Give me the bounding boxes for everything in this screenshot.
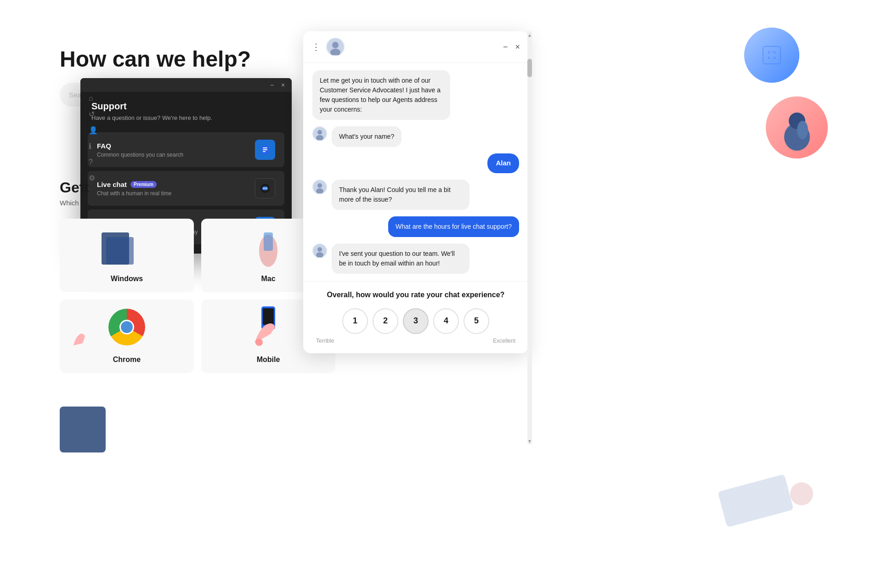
- scrollbar-down-arrow[interactable]: ▼: [527, 437, 532, 445]
- svg-rect-42: [775, 57, 775, 59]
- rating-label-low: Terrible: [316, 338, 334, 344]
- nav-info-icon[interactable]: ℹ: [89, 142, 100, 151]
- svg-point-22: [255, 339, 263, 346]
- nav-help-icon[interactable]: ?: [89, 158, 100, 166]
- popup-header: Support Have a question or issue? We're …: [80, 92, 292, 129]
- download-section: Gett Which Windows Mac: [60, 179, 335, 373]
- svg-point-33: [317, 247, 322, 252]
- svg-rect-36: [768, 51, 769, 54]
- svg-point-3: [797, 121, 808, 139]
- get-started-subtitle: Which: [60, 199, 335, 207]
- chat-bubble-3: Alan: [487, 153, 519, 173]
- popup-item-faq-left: FAQ Common questions you can search: [97, 142, 183, 158]
- chat-message-5: What are the hours for live chat support…: [312, 216, 519, 237]
- chat-message-6: I've sent your question to our team. We'…: [312, 243, 519, 274]
- chat-minimize-btn[interactable]: −: [503, 42, 508, 52]
- deco-shape-bottom-right: [718, 474, 794, 527]
- popup-subtitle: Have a question or issue? We're here to …: [91, 114, 281, 121]
- download-grid: Windows Mac: [60, 219, 335, 373]
- svg-point-24: [332, 42, 339, 48]
- get-started-title: Gett: [60, 179, 335, 196]
- mobile-label: Mobile: [257, 356, 280, 364]
- popup-minimize-btn[interactable]: −: [269, 82, 275, 88]
- chat-window: ⋮ − × Let me get you in touch with one o…: [303, 31, 528, 353]
- svg-rect-20: [263, 308, 274, 325]
- chat-scrollbar-thumb[interactable]: [527, 59, 532, 77]
- rating-btn-4[interactable]: 4: [433, 308, 459, 334]
- popup-title: Support: [91, 101, 281, 112]
- deco-circle-bottom-right: [790, 482, 813, 505]
- chat-scrollbar-track: ▲ ▼: [527, 31, 532, 445]
- mac-label: Mac: [261, 275, 275, 283]
- chat-message-3: Alan: [312, 153, 519, 173]
- chat-titlebar-left: ⋮: [311, 38, 345, 56]
- chat-agent-avatar-sm: [312, 126, 327, 141]
- scan-icon: [763, 46, 781, 64]
- chat-agent-avatar: [326, 38, 345, 56]
- download-card-chrome[interactable]: Chrome: [60, 300, 194, 373]
- svg-rect-16: [106, 237, 134, 265]
- chat-agent-avatar-sm-3: [312, 243, 327, 258]
- rating-label-high: Excellent: [493, 338, 515, 344]
- svg-point-30: [317, 183, 322, 188]
- faq-desc: Common questions you can search: [97, 152, 183, 158]
- chat-bubble-2: What's your name?: [332, 126, 401, 147]
- svg-rect-40: [768, 57, 769, 59]
- chat-message-1: Let me get you in touch with one of our …: [312, 70, 519, 120]
- chat-agent-avatar-sm-2: [312, 180, 327, 194]
- chrome-label: Chrome: [113, 356, 141, 364]
- windows-label: Windows: [111, 275, 143, 283]
- chat-message-4: Thank you Alan! Could you tell me a bit …: [312, 180, 519, 210]
- rating-btn-5[interactable]: 5: [464, 308, 489, 334]
- popup-close-btn[interactable]: ×: [280, 82, 286, 88]
- chat-menu-icon[interactable]: ⋮: [311, 41, 321, 52]
- chat-titlebar: ⋮ − ×: [303, 31, 528, 63]
- rating-labels: Terrible Excellent: [312, 338, 519, 344]
- chat-messages: Let me get you in touch with one of our …: [303, 63, 528, 281]
- deco-blue-box: [60, 407, 106, 452]
- nav-profile-icon[interactable]: 👤: [89, 126, 100, 135]
- chat-bubble-5: What are the hours for live chat support…: [388, 216, 519, 237]
- svg-rect-38: [775, 51, 775, 54]
- chat-rating-section: Overall, how would you rate your chat ex…: [303, 281, 528, 353]
- bg-circle-pink: [766, 96, 828, 158]
- chat-bubble-4: Thank you Alan! Could you tell me a bit …: [332, 180, 469, 210]
- chat-bubble-6: I've sent your question to our team. We'…: [332, 243, 469, 274]
- rating-btn-3[interactable]: 3: [403, 308, 429, 334]
- svg-rect-6: [263, 149, 267, 150]
- svg-rect-5: [263, 147, 267, 148]
- scrollbar-up-arrow[interactable]: ▲: [527, 31, 532, 39]
- nav-home-icon[interactable]: ⌂: [89, 94, 100, 102]
- svg-rect-18: [264, 232, 273, 251]
- chat-close-btn[interactable]: ×: [515, 42, 520, 52]
- rating-question: Overall, how would you rate your chat ex…: [312, 291, 519, 299]
- popup-titlebar: − ×: [80, 78, 292, 92]
- rating-buttons: 1 2 3 4 5: [312, 308, 519, 334]
- svg-rect-7: [263, 151, 266, 152]
- nav-back-icon[interactable]: ↺: [89, 110, 100, 119]
- chat-message-2: What's your name?: [312, 126, 519, 147]
- rating-btn-2[interactable]: 2: [373, 308, 398, 334]
- popup-item-faq[interactable]: FAQ Common questions you can search: [88, 132, 284, 167]
- faq-icon: [255, 140, 275, 160]
- nav-settings-icon[interactable]: ⚙: [89, 174, 100, 182]
- chat-bubble-1: Let me get you in touch with one of our …: [312, 70, 450, 120]
- svg-point-27: [317, 130, 322, 135]
- sidebar-nav: ⌂ ↺ 👤 ℹ ? ⚙: [89, 94, 100, 182]
- chat-titlebar-right: − ×: [503, 42, 520, 52]
- rating-btn-1[interactable]: 1: [342, 308, 368, 334]
- download-card-windows[interactable]: Windows: [60, 219, 194, 292]
